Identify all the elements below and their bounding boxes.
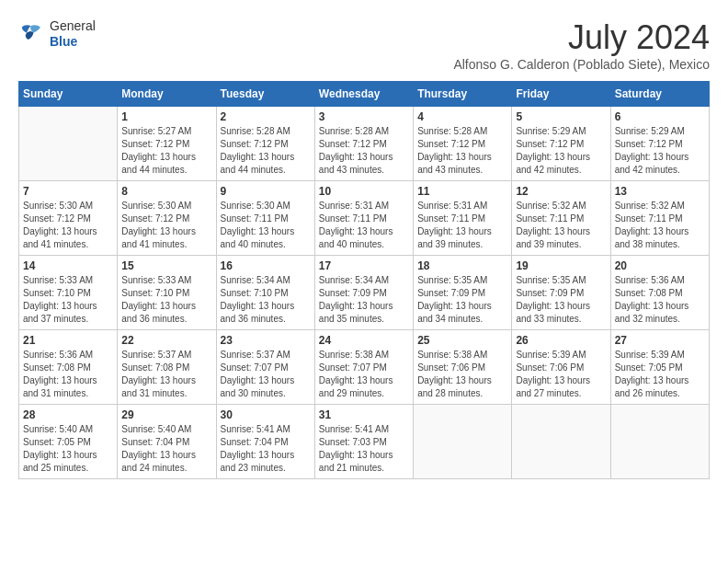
calendar-header-row: SundayMondayTuesdayWednesdayThursdayFrid… bbox=[19, 82, 710, 107]
day-number: 8 bbox=[121, 185, 211, 198]
page-header: General Blue July 2024 Alfonso G. Calder… bbox=[18, 18, 710, 72]
calendar-day-cell: 21Sunrise: 5:36 AMSunset: 7:08 PMDayligh… bbox=[19, 330, 118, 405]
day-number: 5 bbox=[516, 110, 606, 123]
calendar-week-row: 21Sunrise: 5:36 AMSunset: 7:08 PMDayligh… bbox=[19, 330, 710, 405]
day-number: 26 bbox=[516, 334, 606, 347]
calendar-day-cell: 30Sunrise: 5:41 AMSunset: 7:04 PMDayligh… bbox=[216, 405, 314, 479]
day-info: Sunrise: 5:40 AMSunset: 7:04 PMDaylight:… bbox=[121, 423, 211, 475]
day-info: Sunrise: 5:30 AMSunset: 7:12 PMDaylight:… bbox=[23, 200, 113, 251]
day-info: Sunrise: 5:27 AMSunset: 7:12 PMDaylight:… bbox=[121, 125, 211, 177]
weekday-header: Saturday bbox=[610, 82, 709, 107]
day-info: Sunrise: 5:33 AMSunset: 7:10 PMDaylight:… bbox=[23, 274, 113, 326]
day-info: Sunrise: 5:30 AMSunset: 7:11 PMDaylight:… bbox=[221, 200, 311, 251]
day-info: Sunrise: 5:36 AMSunset: 7:08 PMDaylight:… bbox=[23, 349, 113, 400]
calendar-week-row: 7Sunrise: 5:30 AMSunset: 7:12 PMDaylight… bbox=[19, 181, 710, 256]
weekday-header: Monday bbox=[118, 82, 216, 107]
day-info: Sunrise: 5:28 AMSunset: 7:12 PMDaylight:… bbox=[319, 125, 409, 177]
day-info: Sunrise: 5:41 AMSunset: 7:04 PMDaylight:… bbox=[221, 423, 311, 475]
day-number: 25 bbox=[417, 334, 507, 347]
calendar-week-row: 1Sunrise: 5:27 AMSunset: 7:12 PMDaylight… bbox=[19, 107, 710, 181]
calendar-day-cell: 12Sunrise: 5:32 AMSunset: 7:11 PMDayligh… bbox=[512, 181, 610, 256]
calendar-day-cell: 6Sunrise: 5:29 AMSunset: 7:12 PMDaylight… bbox=[610, 107, 709, 181]
day-info: Sunrise: 5:40 AMSunset: 7:05 PMDaylight:… bbox=[23, 423, 113, 475]
day-info: Sunrise: 5:38 AMSunset: 7:06 PMDaylight:… bbox=[417, 349, 507, 400]
calendar-day-cell: 27Sunrise: 5:39 AMSunset: 7:05 PMDayligh… bbox=[610, 330, 709, 405]
day-info: Sunrise: 5:32 AMSunset: 7:11 PMDaylight:… bbox=[615, 200, 705, 251]
day-number: 29 bbox=[121, 408, 211, 421]
calendar-day-cell: 28Sunrise: 5:40 AMSunset: 7:05 PMDayligh… bbox=[19, 405, 118, 479]
calendar-week-row: 28Sunrise: 5:40 AMSunset: 7:05 PMDayligh… bbox=[19, 405, 710, 479]
day-info: Sunrise: 5:30 AMSunset: 7:12 PMDaylight:… bbox=[121, 200, 211, 251]
day-number: 3 bbox=[319, 110, 409, 123]
day-number: 15 bbox=[121, 259, 211, 272]
calendar-day-cell: 8Sunrise: 5:30 AMSunset: 7:12 PMDaylight… bbox=[118, 181, 216, 256]
day-number: 14 bbox=[23, 259, 113, 272]
weekday-header: Sunday bbox=[19, 82, 118, 107]
day-number: 12 bbox=[516, 185, 606, 198]
calendar-day-cell: 11Sunrise: 5:31 AMSunset: 7:11 PMDayligh… bbox=[414, 181, 512, 256]
calendar-day-cell bbox=[512, 405, 610, 479]
calendar-day-cell bbox=[610, 405, 709, 479]
weekday-header: Friday bbox=[512, 82, 610, 107]
day-info: Sunrise: 5:33 AMSunset: 7:10 PMDaylight:… bbox=[121, 274, 211, 326]
calendar-day-cell: 2Sunrise: 5:28 AMSunset: 7:12 PMDaylight… bbox=[216, 107, 314, 181]
day-number: 16 bbox=[221, 259, 311, 272]
calendar-day-cell: 24Sunrise: 5:38 AMSunset: 7:07 PMDayligh… bbox=[314, 330, 413, 405]
calendar-day-cell: 5Sunrise: 5:29 AMSunset: 7:12 PMDaylight… bbox=[512, 107, 610, 181]
calendar-day-cell: 25Sunrise: 5:38 AMSunset: 7:06 PMDayligh… bbox=[414, 330, 512, 405]
calendar-day-cell: 20Sunrise: 5:36 AMSunset: 7:08 PMDayligh… bbox=[610, 256, 709, 330]
day-info: Sunrise: 5:29 AMSunset: 7:12 PMDaylight:… bbox=[615, 125, 705, 177]
day-info: Sunrise: 5:37 AMSunset: 7:07 PMDaylight:… bbox=[221, 349, 311, 400]
day-info: Sunrise: 5:31 AMSunset: 7:11 PMDaylight:… bbox=[417, 200, 507, 251]
day-number: 2 bbox=[221, 110, 311, 123]
day-info: Sunrise: 5:38 AMSunset: 7:07 PMDaylight:… bbox=[319, 349, 409, 400]
calendar-day-cell: 3Sunrise: 5:28 AMSunset: 7:12 PMDaylight… bbox=[314, 107, 413, 181]
location-subtitle: Alfonso G. Calderon (Poblado Siete), Mex… bbox=[453, 57, 710, 72]
day-number: 27 bbox=[615, 334, 705, 347]
day-number: 21 bbox=[23, 334, 113, 347]
month-title: July 2024 bbox=[453, 18, 710, 57]
day-number: 23 bbox=[221, 334, 311, 347]
day-info: Sunrise: 5:29 AMSunset: 7:12 PMDaylight:… bbox=[516, 125, 606, 177]
day-number: 10 bbox=[319, 185, 409, 198]
day-info: Sunrise: 5:35 AMSunset: 7:09 PMDaylight:… bbox=[417, 274, 507, 326]
calendar-day-cell: 1Sunrise: 5:27 AMSunset: 7:12 PMDaylight… bbox=[118, 107, 216, 181]
day-number: 18 bbox=[417, 259, 507, 272]
calendar-day-cell bbox=[414, 405, 512, 479]
day-info: Sunrise: 5:35 AMSunset: 7:09 PMDaylight:… bbox=[516, 274, 606, 326]
calendar-week-row: 14Sunrise: 5:33 AMSunset: 7:10 PMDayligh… bbox=[19, 256, 710, 330]
weekday-header: Tuesday bbox=[216, 82, 314, 107]
day-number: 17 bbox=[319, 259, 409, 272]
day-number: 19 bbox=[516, 259, 606, 272]
weekday-header: Wednesday bbox=[314, 82, 413, 107]
title-section: July 2024 Alfonso G. Calderon (Poblado S… bbox=[453, 18, 710, 72]
calendar-day-cell: 7Sunrise: 5:30 AMSunset: 7:12 PMDaylight… bbox=[19, 181, 118, 256]
day-info: Sunrise: 5:39 AMSunset: 7:05 PMDaylight:… bbox=[615, 349, 705, 400]
calendar-day-cell: 22Sunrise: 5:37 AMSunset: 7:08 PMDayligh… bbox=[118, 330, 216, 405]
calendar-day-cell: 10Sunrise: 5:31 AMSunset: 7:11 PMDayligh… bbox=[314, 181, 413, 256]
day-info: Sunrise: 5:32 AMSunset: 7:11 PMDaylight:… bbox=[516, 200, 606, 251]
calendar-day-cell bbox=[19, 107, 118, 181]
logo-text: General Blue bbox=[50, 18, 96, 50]
day-info: Sunrise: 5:41 AMSunset: 7:03 PMDaylight:… bbox=[319, 423, 409, 475]
logo: General Blue bbox=[18, 18, 96, 50]
day-number: 31 bbox=[319, 408, 409, 421]
calendar-day-cell: 15Sunrise: 5:33 AMSunset: 7:10 PMDayligh… bbox=[118, 256, 216, 330]
calendar-day-cell: 29Sunrise: 5:40 AMSunset: 7:04 PMDayligh… bbox=[118, 405, 216, 479]
day-info: Sunrise: 5:39 AMSunset: 7:06 PMDaylight:… bbox=[516, 349, 606, 400]
day-number: 4 bbox=[417, 110, 507, 123]
day-number: 11 bbox=[417, 185, 507, 198]
calendar-day-cell: 14Sunrise: 5:33 AMSunset: 7:10 PMDayligh… bbox=[19, 256, 118, 330]
calendar-day-cell: 13Sunrise: 5:32 AMSunset: 7:11 PMDayligh… bbox=[610, 181, 709, 256]
day-number: 7 bbox=[23, 185, 113, 198]
day-number: 6 bbox=[615, 110, 705, 123]
calendar-day-cell: 19Sunrise: 5:35 AMSunset: 7:09 PMDayligh… bbox=[512, 256, 610, 330]
calendar-day-cell: 18Sunrise: 5:35 AMSunset: 7:09 PMDayligh… bbox=[414, 256, 512, 330]
calendar-day-cell: 16Sunrise: 5:34 AMSunset: 7:10 PMDayligh… bbox=[216, 256, 314, 330]
day-info: Sunrise: 5:28 AMSunset: 7:12 PMDaylight:… bbox=[221, 125, 311, 177]
day-number: 9 bbox=[221, 185, 311, 198]
day-number: 20 bbox=[615, 259, 705, 272]
day-info: Sunrise: 5:28 AMSunset: 7:12 PMDaylight:… bbox=[417, 125, 507, 177]
calendar-day-cell: 9Sunrise: 5:30 AMSunset: 7:11 PMDaylight… bbox=[216, 181, 314, 256]
calendar-day-cell: 4Sunrise: 5:28 AMSunset: 7:12 PMDaylight… bbox=[414, 107, 512, 181]
